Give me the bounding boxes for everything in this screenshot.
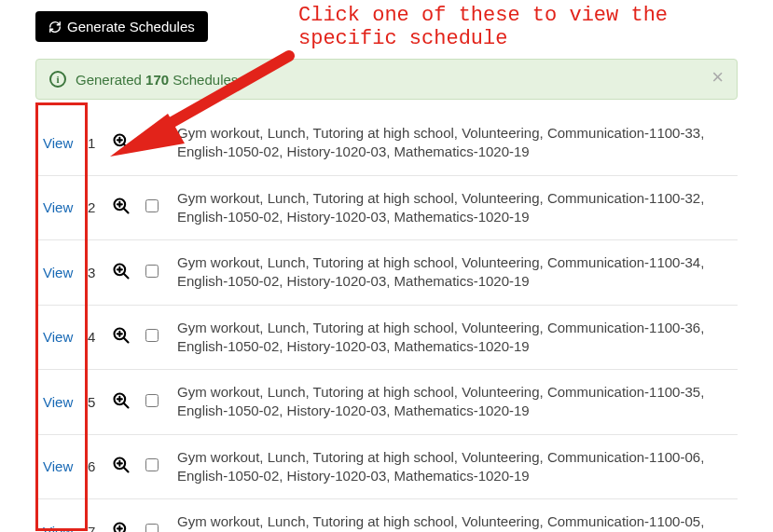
generate-schedules-label: Generate Schedules [67,19,195,34]
svg-line-21 [124,468,129,472]
schedule-description: Gym workout, Lunch, Tutoring at high sch… [170,305,738,370]
table-row: View1 Gym workout, Lunch, Tutoring at hi… [35,111,738,175]
table-row: View4 Gym workout, Lunch, Tutoring at hi… [35,305,738,370]
alert-count: 170 [145,72,169,88]
table-row: View5 Gym workout, Lunch, Tutoring at hi… [35,370,738,435]
magnify-plus-icon [112,456,131,474]
view-link[interactable]: View [43,329,73,345]
schedule-description: Gym workout, Lunch, Tutoring at high sch… [170,111,738,175]
zoom-button[interactable] [112,132,131,151]
zoom-button[interactable] [112,521,131,532]
magnify-plus-icon [112,521,131,532]
select-schedule-checkbox[interactable] [145,458,159,471]
row-number: 7 [80,499,104,533]
svg-line-9 [124,273,129,278]
table-row: View7 Gym workout, Lunch, Tutoring at hi… [35,499,738,533]
row-number: 2 [80,175,104,240]
svg-line-1 [124,143,129,148]
table-row: View6 Gym workout, Lunch, Tutoring at hi… [35,434,738,499]
row-number: 4 [80,305,104,370]
table-row: View2 Gym workout, Lunch, Tutoring at hi… [35,175,738,240]
magnify-plus-icon [112,326,131,345]
generate-schedules-button[interactable]: Generate Schedules [35,11,208,42]
select-schedule-checkbox[interactable] [145,524,159,532]
view-link[interactable]: View [43,199,73,215]
magnify-plus-icon [112,197,131,215]
svg-line-13 [124,338,129,343]
table-row: View3 Gym workout, Lunch, Tutoring at hi… [35,240,738,306]
refresh-icon [48,20,62,34]
close-icon: × [711,65,724,89]
schedule-description: Gym workout, Lunch, Tutoring at high sch… [170,499,738,533]
view-link[interactable]: View [43,394,73,410]
magnify-plus-icon [112,262,131,280]
alert-prefix: Generated [76,72,145,88]
info-icon: i [49,71,66,88]
row-number: 5 [80,370,104,435]
zoom-button[interactable] [112,197,131,215]
svg-line-5 [124,209,129,213]
select-schedule-checkbox[interactable] [145,329,159,342]
zoom-button[interactable] [112,262,131,280]
select-schedule-checkbox[interactable] [145,199,159,212]
view-link[interactable]: View [43,265,73,280]
alert-text: Generated 170 Schedules. [76,72,242,88]
alert-suffix: Schedules. [169,72,242,88]
select-schedule-checkbox[interactable] [145,135,159,148]
row-number: 6 [80,434,104,499]
magnify-plus-icon [112,132,131,151]
annotation-text: Click one of these to view the specific … [298,4,699,51]
alert-close-button[interactable]: × [711,67,724,88]
view-link[interactable]: View [43,135,73,151]
schedule-description: Gym workout, Lunch, Tutoring at high sch… [170,175,738,240]
schedules-table: View1 Gym workout, Lunch, Tutoring at hi… [35,111,738,532]
view-link[interactable]: View [43,524,73,532]
schedule-description: Gym workout, Lunch, Tutoring at high sch… [170,434,738,499]
generated-alert: i Generated 170 Schedules. × [35,59,738,100]
schedule-description: Gym workout, Lunch, Tutoring at high sch… [170,240,738,306]
zoom-button[interactable] [112,326,131,345]
select-schedule-checkbox[interactable] [145,394,159,407]
view-link[interactable]: View [43,458,73,474]
schedule-description: Gym workout, Lunch, Tutoring at high sch… [170,370,738,435]
select-schedule-checkbox[interactable] [145,265,159,278]
svg-line-17 [124,402,129,407]
zoom-button[interactable] [112,456,131,474]
magnify-plus-icon [112,391,131,410]
row-number: 3 [80,240,104,306]
zoom-button[interactable] [112,391,131,410]
row-number: 1 [80,111,104,175]
